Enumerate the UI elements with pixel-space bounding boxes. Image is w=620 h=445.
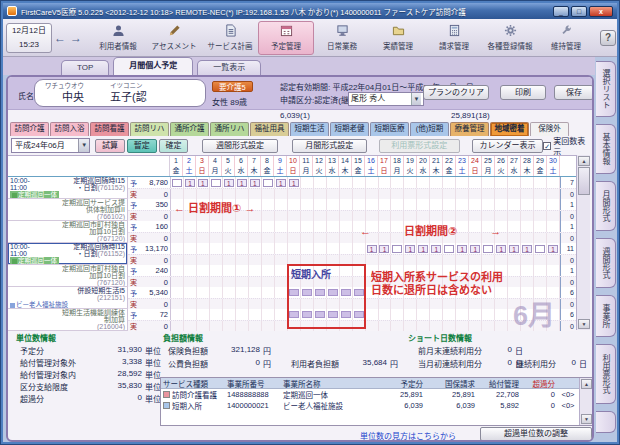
day-cell[interactable] — [275, 199, 288, 210]
service-tab-短期医療[interactable]: 短期医療 — [370, 122, 409, 136]
day-cell[interactable] — [236, 321, 249, 331]
scroll-down-icon[interactable]: ▼ — [578, 319, 590, 329]
day-cell[interactable] — [379, 255, 392, 265]
day-cell[interactable] — [275, 277, 288, 287]
day-cell[interactable] — [340, 221, 353, 232]
day-cell[interactable] — [197, 233, 210, 243]
day-cell[interactable] — [456, 255, 469, 265]
day-cell[interactable] — [482, 177, 495, 188]
day-cell[interactable] — [482, 199, 495, 210]
office-table-row[interactable]: 短期入所1400000021ビー老人福祉施設6,0396,0395,8920<0… — [161, 400, 592, 411]
actual-count-checkbox[interactable]: ✓ — [543, 142, 551, 150]
service-tab-訪問看護[interactable]: 訪問看護 — [90, 122, 129, 136]
tab-月間個人予定[interactable]: 月間個人予定 — [113, 57, 193, 75]
service-tab-訪問介護[interactable]: 訪問介護 — [10, 122, 49, 136]
toolbar-button-wrench[interactable]: 維持管理 — [538, 21, 594, 55]
day-cell[interactable] — [184, 277, 197, 287]
day-cell[interactable] — [443, 211, 456, 221]
day-cell[interactable] — [210, 243, 223, 254]
minimize-button[interactable]: _ — [553, 6, 569, 17]
day-cell[interactable] — [443, 243, 456, 254]
toolbar-button-computer[interactable]: 日常業務 — [314, 21, 370, 55]
day-cell[interactable] — [508, 265, 521, 276]
day-cell[interactable] — [430, 211, 443, 221]
day-cell[interactable] — [223, 277, 236, 287]
day-cell[interactable] — [508, 277, 521, 287]
day-cell[interactable] — [417, 199, 430, 210]
monthly-format-button[interactable]: 月間形式設定 — [292, 139, 367, 153]
day-cell[interactable]: 1 — [430, 243, 443, 254]
day-cell[interactable] — [171, 243, 184, 254]
day-cell[interactable] — [443, 299, 456, 309]
day-cell[interactable] — [236, 255, 249, 265]
day-cell[interactable] — [456, 321, 469, 331]
day-cell[interactable] — [262, 233, 275, 243]
day-cell[interactable] — [171, 321, 184, 331]
day-cell[interactable] — [288, 233, 301, 243]
day-cell[interactable] — [223, 243, 236, 254]
day-cell[interactable] — [443, 199, 456, 210]
day-cell[interactable] — [210, 277, 223, 287]
day-cell[interactable] — [495, 287, 508, 298]
day-cell[interactable] — [366, 299, 379, 309]
day-cell[interactable] — [236, 243, 249, 254]
day-cell[interactable]: 1 — [379, 243, 392, 254]
day-cell[interactable] — [547, 199, 560, 210]
service-tab-福祉用具[interactable]: 福祉用具 — [250, 122, 289, 136]
day-cell[interactable] — [417, 321, 430, 331]
day-cell[interactable] — [456, 189, 469, 199]
service-tab-短期生活[interactable]: 短期生活 — [290, 122, 329, 136]
day-cell[interactable] — [391, 255, 404, 265]
day-cell[interactable] — [197, 189, 210, 199]
day-cell[interactable] — [184, 255, 197, 265]
day-cell[interactable] — [327, 243, 340, 254]
day-cell[interactable] — [469, 211, 482, 221]
day-cell[interactable] — [210, 177, 223, 188]
day-cell[interactable] — [249, 287, 262, 298]
day-cell[interactable] — [184, 321, 197, 331]
day-cell[interactable]: 1 — [184, 177, 197, 188]
day-cell[interactable] — [236, 287, 249, 298]
staff-select[interactable]: 尾形 秀人 ▼ — [348, 92, 424, 106]
day-cell[interactable] — [314, 221, 327, 232]
service-tab-訪問入浴[interactable]: 訪問入浴 — [50, 122, 89, 136]
scroll-up-icon[interactable]: ▲ — [578, 156, 590, 166]
day-cell[interactable] — [262, 189, 275, 199]
day-cell[interactable] — [443, 309, 456, 320]
day-cell[interactable] — [521, 233, 534, 243]
day-cell[interactable] — [262, 243, 275, 254]
maximize-button[interactable]: □ — [571, 6, 587, 17]
day-cell[interactable] — [404, 309, 417, 320]
day-cell[interactable]: 1 — [456, 243, 469, 254]
day-cell[interactable] — [534, 233, 547, 243]
day-cell[interactable] — [171, 299, 184, 309]
day-cell[interactable] — [340, 177, 353, 188]
toolbar-button-folder[interactable]: 実績管理 — [370, 21, 426, 55]
day-cell[interactable] — [495, 189, 508, 199]
day-cell[interactable] — [301, 221, 314, 232]
day-cell[interactable] — [171, 189, 184, 199]
day-cell[interactable] — [197, 321, 210, 331]
day-cell[interactable] — [223, 233, 236, 243]
day-cell[interactable] — [456, 211, 469, 221]
day-cell[interactable] — [236, 299, 249, 309]
day-cell[interactable] — [430, 177, 443, 188]
day-cell[interactable] — [469, 255, 482, 265]
day-cell[interactable]: 1 — [249, 177, 262, 188]
day-cell[interactable] — [249, 309, 262, 320]
day-cell[interactable] — [417, 309, 430, 320]
scroll-down-icon[interactable]: ▼ — [581, 414, 592, 424]
day-cell[interactable] — [353, 243, 366, 254]
day-cell[interactable] — [223, 221, 236, 232]
grid-scrollbar[interactable]: ▲ ▼ — [576, 155, 590, 330]
day-cell[interactable] — [171, 177, 184, 188]
day-cell[interactable] — [236, 221, 249, 232]
day-cell[interactable] — [275, 287, 288, 298]
day-cell[interactable] — [482, 211, 495, 221]
day-cell[interactable] — [223, 265, 236, 276]
month-select[interactable]: 平成24年06月 ▼ — [11, 138, 90, 153]
day-cell[interactable] — [314, 211, 327, 221]
day-cell[interactable] — [456, 309, 469, 320]
day-cell[interactable] — [379, 321, 392, 331]
day-cell[interactable] — [379, 199, 392, 210]
